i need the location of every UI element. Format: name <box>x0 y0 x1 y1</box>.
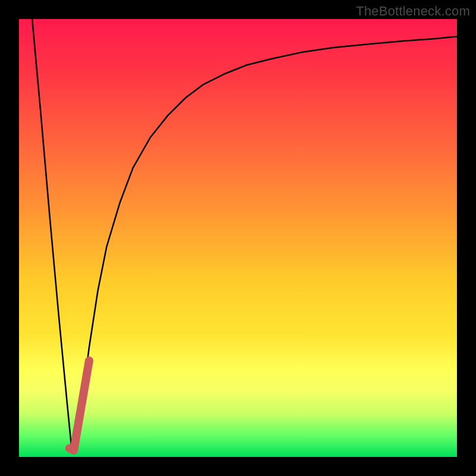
plot-area <box>19 19 457 457</box>
black-curve-path <box>32 19 457 448</box>
red-segment-path <box>70 361 89 450</box>
chart-svg <box>19 19 457 457</box>
chart-root: TheBottleneck.com <box>0 0 476 476</box>
watermark-label: TheBottleneck.com <box>356 4 470 19</box>
